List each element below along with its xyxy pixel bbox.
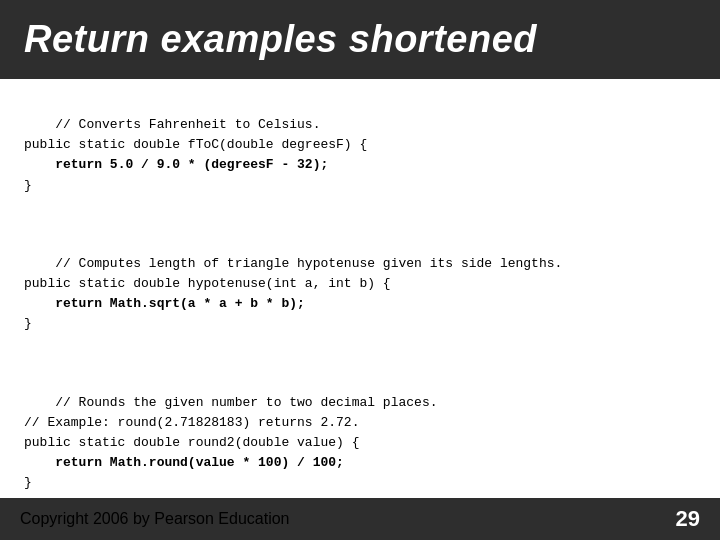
content-area: // Converts Fahrenheit to Celsius. publi… <box>0 79 720 540</box>
code-line-3-4: return Math.round(value * 100) / 100; <box>24 455 344 470</box>
code-line-2-4: } <box>24 316 32 331</box>
footer: Copyright 2006 by Pearson Education 29 <box>0 498 720 540</box>
code-section-1: // Converts Fahrenheit to Celsius. publi… <box>24 95 696 216</box>
copyright-text: Copyright 2006 by Pearson Education <box>20 510 290 528</box>
code-line-3-1: // Rounds the given number to two decima… <box>55 395 437 410</box>
code-section-3: // Rounds the given number to two decima… <box>24 373 696 514</box>
code-line-2-2: public static double hypotenuse(int a, i… <box>24 276 391 291</box>
code-line-1-2: public static double fToC(double degrees… <box>24 137 367 152</box>
code-section-2: // Computes length of triangle hypotenus… <box>24 234 696 355</box>
code-line-2-3: return Math.sqrt(a * a + b * b); <box>24 296 305 311</box>
code-line-1-1: // Converts Fahrenheit to Celsius. <box>55 117 320 132</box>
code-line-1-4: } <box>24 178 32 193</box>
page-number: 29 <box>676 506 700 532</box>
header: Return examples shortened <box>0 0 720 79</box>
code-line-3-5: } <box>24 475 32 490</box>
slide-title: Return examples shortened <box>24 18 696 61</box>
code-line-3-3: public static double round2(double value… <box>24 435 359 450</box>
code-line-2-1: // Computes length of triangle hypotenus… <box>55 256 562 271</box>
code-line-1-3: return 5.0 / 9.0 * (degreesF - 32); <box>24 157 328 172</box>
code-line-3-2: // Example: round(2.71828183) returns 2.… <box>24 415 359 430</box>
